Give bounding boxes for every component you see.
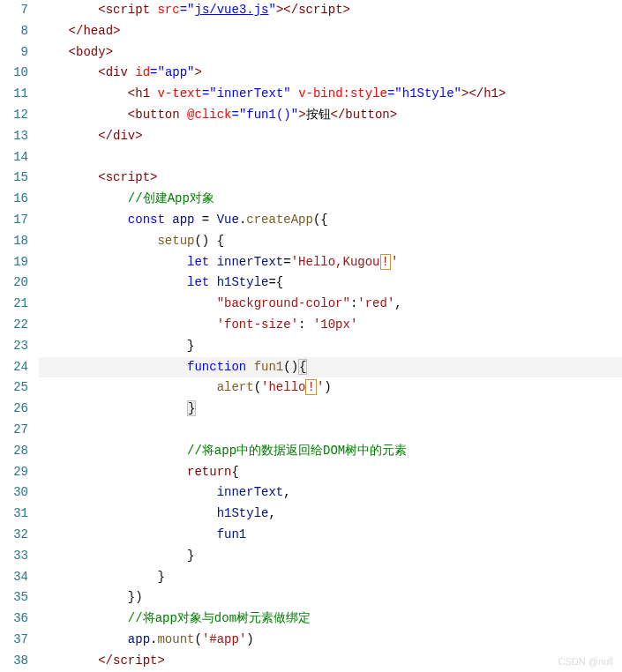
line-number: 29 xyxy=(0,462,28,483)
code-line: </div> xyxy=(39,126,622,147)
code-line-current: function fun1(){ xyxy=(39,357,622,378)
code-line: let innerText='Hello,Kugou!' xyxy=(39,252,622,273)
highlight-char-box: ! xyxy=(380,254,391,270)
line-number: 31 xyxy=(0,504,28,525)
code-line: h1Style, xyxy=(39,504,622,525)
line-number: 23 xyxy=(0,336,28,357)
code-line: <script> xyxy=(39,168,622,189)
code-line: } xyxy=(39,567,622,588)
line-number: 14 xyxy=(0,147,28,168)
line-number: 26 xyxy=(0,399,28,420)
code-area[interactable]: <script src="js/vue3.js"></script> </hea… xyxy=(39,0,622,672)
line-number: 20 xyxy=(0,273,28,294)
line-number: 34 xyxy=(0,567,28,588)
line-number: 25 xyxy=(0,377,28,399)
line-number: 38 xyxy=(0,651,28,672)
code-line xyxy=(39,147,622,168)
line-number: 35 xyxy=(0,587,28,609)
line-number: 37 xyxy=(0,630,28,651)
code-line: </script> xyxy=(39,651,622,672)
code-line: //创建App对象 xyxy=(39,189,622,210)
code-line: <h1 v-text="innerText" v-bind:style="h1S… xyxy=(39,84,622,105)
line-number: 32 xyxy=(0,525,28,546)
line-number: 28 xyxy=(0,441,28,462)
line-number: 22 xyxy=(0,315,28,336)
code-line: } xyxy=(39,399,622,420)
code-line: let h1Style={ xyxy=(39,273,622,294)
line-number: 10 xyxy=(0,63,28,84)
line-number: 24 xyxy=(0,357,28,378)
line-number: 8 xyxy=(0,21,28,42)
line-number: 15 xyxy=(0,168,28,189)
bracket-match-close: } xyxy=(187,400,196,416)
line-number: 19 xyxy=(0,252,28,273)
code-line: } xyxy=(39,546,622,567)
code-line: <button @click="fun1()">按钮</button> xyxy=(39,105,622,126)
code-line: alert('hello!') xyxy=(39,377,622,399)
line-number: 36 xyxy=(0,609,28,630)
code-line: } xyxy=(39,336,622,357)
line-number: 13 xyxy=(0,126,28,147)
code-line: <body> xyxy=(39,42,622,63)
code-line xyxy=(39,420,622,441)
line-number: 16 xyxy=(0,189,28,210)
bracket-match-open: { xyxy=(298,359,307,375)
code-editor[interactable]: 7891011121314151617181920212223242526272… xyxy=(0,0,622,672)
code-line: 'font-size': '10px' xyxy=(39,315,622,336)
highlight-char-box: ! xyxy=(305,379,316,395)
watermark: CSDN @null xyxy=(558,656,613,667)
line-number-gutter: 7891011121314151617181920212223242526272… xyxy=(0,0,39,672)
code-line: fun1 xyxy=(39,525,622,546)
code-line: <div id="app"> xyxy=(39,63,622,84)
code-line: setup() { xyxy=(39,231,622,252)
code-line: "background-color":'red', xyxy=(39,294,622,315)
line-number: 18 xyxy=(0,231,28,252)
code-line: const app = Vue.createApp({ xyxy=(39,210,622,231)
code-line: //将app中的数据返回给DOM树中的元素 xyxy=(39,441,622,462)
code-line: innerText, xyxy=(39,482,622,504)
line-number: 11 xyxy=(0,84,28,105)
line-number: 17 xyxy=(0,210,28,231)
code-line: }) xyxy=(39,587,622,609)
line-number: 12 xyxy=(0,105,28,126)
code-line: <script src="js/vue3.js"></script> xyxy=(39,0,622,21)
line-number: 30 xyxy=(0,482,28,504)
code-line: return{ xyxy=(39,462,622,483)
code-line: app.mount('#app') xyxy=(39,630,622,651)
line-number: 27 xyxy=(0,420,28,441)
line-number: 7 xyxy=(0,0,28,21)
code-line: </head> xyxy=(39,21,622,42)
line-number: 9 xyxy=(0,42,28,63)
code-line: //将app对象与dom树元素做绑定 xyxy=(39,609,622,630)
line-number: 21 xyxy=(0,294,28,315)
line-number: 33 xyxy=(0,546,28,567)
